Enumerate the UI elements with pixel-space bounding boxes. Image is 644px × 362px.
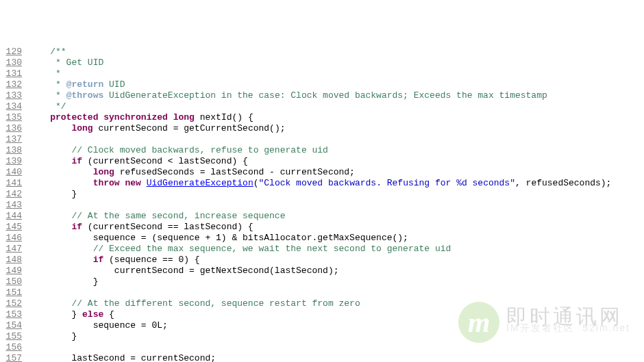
code-content: * @return UID — [29, 79, 644, 90]
code-content: // At the same second, increase sequence — [29, 211, 644, 222]
line-number[interactable]: 141 — [0, 178, 29, 189]
code-line: 133 * @throws UidGenerateException in th… — [0, 90, 644, 101]
line-number[interactable]: 130 — [0, 57, 29, 68]
code-line: 141 throw new UidGenerateException("Cloc… — [0, 178, 644, 189]
code-line: 140 long refusedSeconds = lastSecond - c… — [0, 167, 644, 178]
code-content: * Get UID — [29, 57, 644, 68]
code-line: 131 * — [0, 68, 644, 79]
code-line: 145 if (currentSecond == lastSecond) { — [0, 222, 644, 233]
line-number[interactable]: 136 — [0, 123, 29, 134]
code-line: 149 currentSecond = getNextSecond(lastSe… — [0, 266, 644, 276]
code-line: 147 // Exceed the max sequence, we wait … — [0, 244, 644, 255]
code-content: currentSecond = getNextSecond(lastSecond… — [29, 266, 644, 276]
code-line: 129 /** — [0, 47, 644, 57]
line-number[interactable]: 153 — [0, 309, 29, 320]
code-content: sequence = (sequence + 1) & bitsAllocato… — [29, 233, 644, 244]
code-viewer: 129 /**130 * Get UID131 *132 * @return U… — [0, 47, 644, 362]
line-number[interactable]: 157 — [0, 353, 29, 362]
type-link[interactable]: UidGenerateException — [147, 178, 253, 188]
line-number[interactable]: 142 — [0, 189, 29, 200]
line-number[interactable]: 131 — [0, 68, 29, 79]
line-number[interactable]: 129 — [0, 47, 29, 57]
line-number[interactable]: 155 — [0, 331, 29, 342]
code-line: 134 */ — [0, 101, 644, 112]
code-content: lastSecond = currentSecond; — [29, 353, 644, 362]
line-number[interactable]: 154 — [0, 320, 29, 331]
code-line: 142 } — [0, 189, 644, 200]
code-content: // Clock moved backwards, refuse to gene… — [29, 145, 644, 156]
code-line: 139 if (currentSecond < lastSecond) { — [0, 156, 644, 167]
code-content: if (currentSecond == lastSecond) { — [29, 222, 644, 233]
line-number[interactable]: 149 — [0, 266, 29, 276]
line-number[interactable]: 152 — [0, 298, 29, 309]
line-number[interactable]: 135 — [0, 112, 29, 123]
code-content: sequence = 0L; — [29, 320, 644, 331]
code-line: 130 * Get UID — [0, 57, 644, 68]
code-content: */ — [29, 101, 644, 112]
code-line: 157 lastSecond = currentSecond; — [0, 353, 644, 362]
line-number[interactable]: 156 — [0, 342, 29, 353]
code-content: } — [29, 276, 644, 287]
line-number[interactable]: 138 — [0, 145, 29, 156]
code-line: 137 — [0, 134, 644, 145]
line-number[interactable]: 146 — [0, 233, 29, 244]
code-line: 150 } — [0, 276, 644, 287]
code-line: 155 } — [0, 331, 644, 342]
code-content: protected synchronized long nextId() { — [29, 112, 644, 123]
code-line: 135 protected synchronized long nextId()… — [0, 112, 644, 123]
code-content: * — [29, 68, 644, 79]
code-line: 151 — [0, 287, 644, 298]
code-content: } — [29, 331, 644, 342]
line-number[interactable]: 132 — [0, 79, 29, 90]
line-number[interactable]: 145 — [0, 222, 29, 233]
line-number[interactable]: 143 — [0, 200, 29, 211]
code-line: 136 long currentSecond = getCurrentSecon… — [0, 123, 644, 134]
line-number[interactable]: 147 — [0, 244, 29, 255]
line-number[interactable]: 133 — [0, 90, 29, 101]
line-number[interactable]: 151 — [0, 287, 29, 298]
line-number[interactable]: 139 — [0, 156, 29, 167]
code-line: 146 sequence = (sequence + 1) & bitsAllo… — [0, 233, 644, 244]
code-line: 143 — [0, 200, 644, 211]
code-content: throw new UidGenerateException("Clock mo… — [29, 178, 644, 189]
line-number[interactable]: 140 — [0, 167, 29, 178]
code-line: 144 // At the same second, increase sequ… — [0, 211, 644, 222]
code-line: 148 if (sequence == 0) { — [0, 255, 644, 266]
code-content: long currentSecond = getCurrentSecond(); — [29, 123, 644, 134]
code-line: 156 — [0, 342, 644, 353]
code-content: // At the different second, sequence res… — [29, 298, 644, 309]
line-number[interactable]: 134 — [0, 101, 29, 112]
code-content: if (sequence == 0) { — [29, 255, 644, 266]
line-number[interactable]: 150 — [0, 276, 29, 287]
code-content: } — [29, 189, 644, 200]
code-content: } else { — [29, 309, 644, 320]
code-content: * @throws UidGenerateException in the ca… — [29, 90, 644, 101]
line-number[interactable]: 137 — [0, 134, 29, 145]
code-content: if (currentSecond < lastSecond) { — [29, 156, 644, 167]
code-content: /** — [29, 47, 644, 57]
code-line: 152 // At the different second, sequence… — [0, 298, 644, 309]
code-content: // Exceed the max sequence, we wait the … — [29, 244, 644, 255]
line-number[interactable]: 148 — [0, 255, 29, 266]
code-line: 132 * @return UID — [0, 79, 644, 90]
code-line: 138 // Clock moved backwards, refuse to … — [0, 145, 644, 156]
code-content: long refusedSeconds = lastSecond - curre… — [29, 167, 644, 178]
code-line: 154 sequence = 0L; — [0, 320, 644, 331]
line-number[interactable]: 144 — [0, 211, 29, 222]
code-line: 153 } else { — [0, 309, 644, 320]
